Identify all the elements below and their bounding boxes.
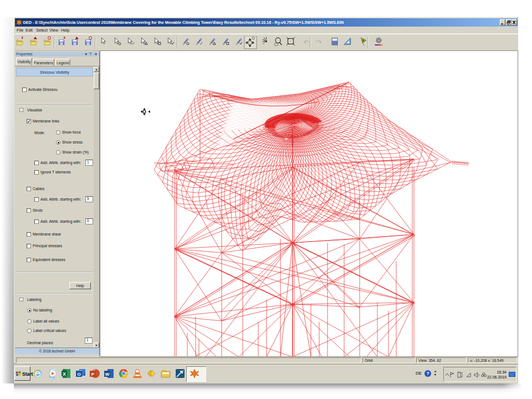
svg-text:X: X [63,371,66,377]
svg-text:O: O [77,372,80,377]
svg-text:W: W [105,372,110,377]
svg-text:P: P [91,372,95,377]
